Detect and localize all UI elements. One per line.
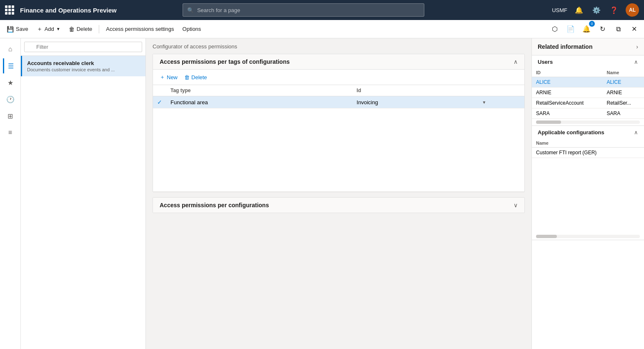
id-value: Invoicing [357,99,378,105]
configs-name-header: Name [532,139,644,148]
configs-scrollbar-thumb [536,235,557,238]
section-delete-button[interactable]: 🗑 Delete [182,73,210,82]
help-question-button[interactable]: ❓ [608,4,620,16]
tags-table: Tag type Id ✓ Functional area Invoicing … [153,85,524,192]
id-dropdown[interactable]: Invoicing ▼ [357,99,486,105]
user-row[interactable]: ARNIE ARNIE [532,88,644,98]
users-id-header: ID [532,68,602,77]
id-column-header: Id [353,85,491,96]
open-new-tab-button[interactable]: ⧉ [611,23,625,36]
user-name-arnie: ARNIE [602,88,644,98]
configs-collapse-icon: ∧ [634,129,638,136]
row-id: Invoicing ▼ [353,96,491,108]
right-panel-title: Related information [538,43,592,50]
add-icon: ＋ [37,25,43,33]
delete-icon: 🗑 [69,26,75,33]
users-subsection-header[interactable]: Users ∧ [532,55,644,68]
add-label: Add [45,26,54,32]
word-button[interactable]: 📄 [564,23,577,36]
filter-input[interactable] [24,42,142,52]
environment-label: USMF [552,7,567,13]
delete-button[interactable]: 🗑 Delete [65,23,96,36]
section-configs-header[interactable]: Access permissions per configurations ∨ [153,198,524,213]
nav-history-icon[interactable]: 🕐 [3,92,18,107]
section-tags-title: Access permissions per tags of configura… [160,58,290,65]
toolbar: 💾 Save ＋ Add ▼ 🗑 Delete Access permissio… [0,20,644,38]
configs-scrollbar[interactable] [536,235,640,238]
right-panel: Related information › Users ∧ ID Name AL… [531,38,644,349]
left-nav: ⌂ ☰ ★ 🕐 ⊞ ≡ [0,38,21,349]
close-button[interactable]: ✕ [627,23,641,36]
user-row[interactable]: SARA SARA [532,108,644,119]
badge-wrap: 🔔 0 [580,23,593,36]
nav-workspace-icon[interactable]: ⊞ [3,108,18,123]
checkmark-icon: ✓ [157,99,162,105]
new-icon: ＋ [160,73,165,81]
access-permissions-button[interactable]: Access permissions settings [103,23,177,36]
user-row[interactable]: ALICE ALICE [532,77,644,88]
dropdown-chevron-icon: ▼ [482,100,486,105]
section-tags-header[interactable]: Access permissions per tags of configura… [153,54,524,70]
add-button[interactable]: ＋ Add ▼ [33,23,64,36]
table-row[interactable]: ✓ Functional area Invoicing ▼ [153,96,524,108]
user-avatar-button[interactable]: AL [626,3,639,17]
tag-type-column-header: Tag type [166,85,353,96]
user-name-sara: SARA [602,108,644,119]
configs-header-row: Name [532,139,644,148]
table-header-row: Tag type Id [153,85,524,96]
user-name-alice: ALICE [602,77,644,88]
user-name-retail: RetailSer... [602,98,644,108]
list-item-subtitle: Documents customer invoice events and ..… [27,67,140,72]
section-configs-title: Access permissions per configurations [160,202,269,208]
refresh-button[interactable]: ↻ [596,23,609,36]
right-panel-header: Related information › [532,38,644,55]
add-chevron-icon: ▼ [56,27,60,31]
top-nav-right: USMF 🔔 ⚙️ ❓ AL [552,3,639,17]
users-name-header: Name [602,68,644,77]
user-id-arnie: ARNIE [532,88,602,98]
new-label: New [167,74,178,80]
filter-area: 🔍 [21,38,145,56]
personalize-button[interactable]: ⬡ [548,23,561,36]
app-title: Finance and Operations Preview [20,7,117,14]
check-column-header [153,85,166,96]
config-name: Customer FTI report (GER) [532,148,644,158]
access-permissions-label: Access permissions settings [106,26,174,32]
nav-list-icon[interactable]: ≡ [3,125,18,140]
section-tags: Access permissions per tags of configura… [153,54,525,192]
nav-star-icon[interactable]: ★ [3,75,18,90]
row-check: ✓ [153,96,166,108]
breadcrumb: Configurator of access permissions [153,43,525,50]
config-row[interactable]: Customer FTI report (GER) [532,148,644,158]
right-panel-expand-icon[interactable]: › [636,43,638,50]
main-layout: ⌂ ☰ ★ 🕐 ⊞ ≡ 🔍 Accounts receivable clerk … [0,38,644,349]
section-tags-toolbar: ＋ New 🗑 Delete [153,70,524,85]
users-scrollbar[interactable] [536,121,640,124]
separator [99,25,99,33]
search-bar[interactable]: 🔍 Search for a page [183,3,424,17]
save-button[interactable]: 💾 Save [3,23,32,36]
options-label: Options [183,26,201,32]
row-extra [491,96,525,108]
list-item-title: Accounts receivable clerk [27,60,140,66]
configs-subsection-header[interactable]: Applicable configurations ∧ [532,126,644,139]
filter-wrap: 🔍 [24,42,142,52]
empty-cell [153,108,524,192]
options-button[interactable]: Options [179,23,205,36]
notification-bell-button[interactable]: 🔔 [573,4,585,16]
section-new-button[interactable]: ＋ New [157,72,180,82]
users-table: ID Name ALICE ALICE ARNIE ARNIE RetailSe… [532,68,644,119]
empty-column-header [491,85,525,96]
delete-label: Delete [77,26,93,32]
app-grid-icon[interactable] [5,5,14,15]
nav-filter-icon[interactable]: ☰ [3,58,18,73]
settings-gear-button[interactable]: ⚙️ [591,4,602,16]
users-collapse-icon: ∧ [634,59,638,65]
save-label: Save [16,26,28,32]
section-delete-label: Delete [191,74,207,80]
list-item[interactable]: Accounts receivable clerk Documents cust… [21,56,145,76]
nav-home-icon[interactable]: ⌂ [3,42,18,57]
user-row[interactable]: RetailServiceAccount RetailSer... [532,98,644,108]
row-tag-type: Functional area [166,96,353,108]
users-title: Users [538,59,553,65]
